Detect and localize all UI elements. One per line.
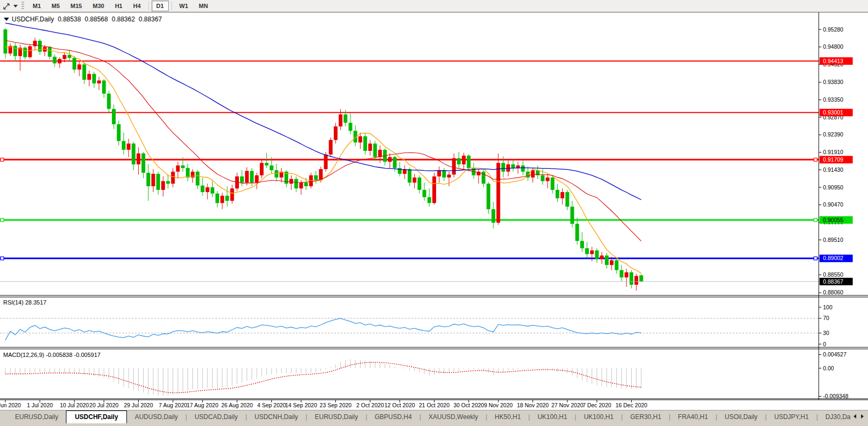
level-handle-left[interactable] [1,257,4,260]
chart-surface[interactable]: 0.952800.948000.943200.938300.933500.928… [0,0,868,426]
candle-body [462,156,466,164]
candle-body [556,190,559,199]
candle-body [4,29,8,54]
date-axis-label: 30 Oct 2020 [453,402,484,408]
date-axis-label: 17 Aug 2020 [187,402,219,408]
candle-body [132,143,136,164]
date-axis-label: 23 Sep 2020 [320,402,352,408]
candle-body [78,64,81,70]
price-axis-tick-label: 0.91910 [823,149,843,155]
candle-body [571,207,574,224]
tab-gbpusd-h4[interactable]: GBPUSD,H4 [367,411,419,423]
date-axis-label: 29 Jul 2020 [124,402,153,408]
tab-uk100-h1[interactable]: UK100,H1 [577,411,621,423]
tab-usdcad-daily[interactable]: USDCAD,Daily [187,411,245,423]
candle-body [226,196,229,201]
candle-body [329,140,333,154]
date-axis-label: 14 Sep 2020 [285,402,317,408]
candle-body [53,57,57,63]
application-window: M1M5M15M30H1H4D1W1MN 0.952800.948000.943… [0,0,868,426]
candle-body [610,260,613,265]
tab-hk50-h1[interactable]: HK50,H1 [487,411,528,423]
price-axis-tick-label: 0.91430 [823,166,843,173]
symbol-name: USDCHF,Daily [12,16,54,23]
candle-body [33,41,37,46]
candle-body [324,155,328,169]
candle-body [615,260,618,270]
price-level-chip: 0.91709 [823,156,843,163]
tab-xauusd-weekly[interactable]: XAUUSD,Weekly [421,411,485,423]
date-axis-label: 4 Sep 2020 [257,402,286,408]
symbol-tabs: EURUSD,DailyUSDCHF,DailyAUDUSD,Daily|USD… [8,410,851,423]
candle-body [141,154,145,173]
candle-body [551,178,555,190]
level-handle-right[interactable] [814,158,817,161]
tab-usdcnh-daily[interactable]: USDCNH,Daily [247,411,305,423]
candle-body [521,165,525,172]
ohlc-high: 0.88568 [85,16,108,23]
tab-scroll-controls [851,410,866,422]
candle-body [408,169,411,182]
candle-body [639,275,643,282]
rsi-axis-tick-label: 70 [823,315,829,321]
tab-dj30-daily[interactable]: DJ30,Daily [818,411,851,423]
candle-body [137,154,140,164]
candle-body [491,209,495,223]
rsi-line [5,318,641,340]
tab-usoil-daily[interactable]: USOil,Daily [717,411,765,423]
price-level-chip: 0.90055 [823,217,843,223]
candle-body [97,80,101,83]
candle-body [230,188,234,201]
level-handle-left[interactable] [1,158,4,161]
chart-canvas: 0.952800.948000.943200.938300.933500.928… [0,0,868,426]
symbol-dropdown-icon[interactable] [4,18,9,21]
date-axis-label: 16 Dec 2020 [616,402,648,408]
price-axis-tick-label: 0.88550 [823,271,843,278]
candle-body [176,165,180,172]
level-handle-right[interactable] [814,218,817,222]
candle-body [349,123,353,131]
tab-ger30-h1[interactable]: GER30,H1 [623,411,669,423]
date-axis-label: 20 Jul 2020 [89,402,118,408]
date-axis-label: 26 Aug 2020 [221,402,253,408]
tab-usdjpy-h1[interactable]: USDJPY,H1 [767,411,816,423]
candle-body [58,59,62,63]
candle-body [304,182,308,186]
candle-body [457,158,461,165]
candle-body [595,250,599,259]
tab-audusd-daily[interactable]: AUDUSD,Daily [127,411,185,423]
level-handle-right[interactable] [814,257,817,260]
tab-uk100-h1[interactable]: UK100,H1 [530,411,574,423]
candle-body [634,276,638,285]
tab-eurusd-daily[interactable]: EURUSD,Daily [307,411,365,423]
candle-body [300,182,303,188]
candle-body [220,196,224,203]
candle-body [156,174,160,190]
macd-signal-line [5,362,641,393]
candle-body [127,143,131,150]
ma-slow-line [5,23,641,200]
rsi-label: RSI(14) 28.3517 [3,299,47,306]
candle-body [423,190,426,197]
price-axis-tick-label: 0.89510 [823,237,843,243]
candle-body [191,172,194,178]
price-level-chip: 0.93001 [823,109,843,116]
candle-body [152,174,155,186]
date-axis-label: 22 Jun 2020 [0,402,21,408]
candle-body [560,192,564,199]
tab-scroll-left-icon[interactable] [851,412,858,421]
candle-body [87,74,91,80]
tab-fra40-h1[interactable]: FRA40,H1 [670,411,715,423]
tab-eurusd-daily[interactable]: EURUSD,Daily [8,411,66,423]
level-handle-left[interactable] [1,218,4,222]
candle-body [590,250,594,254]
tab-usdchf-daily[interactable]: USDCHF,Daily [66,410,128,423]
candle-body [245,171,249,182]
price-axis-tick-label: 0.95280 [823,26,843,33]
price-axis-tick-label: 0.90950 [823,184,843,191]
date-axis-label: 27 Nov 2020 [551,402,583,408]
tab-scroll-right-icon[interactable] [858,412,866,421]
candle-body [211,187,214,194]
candle-body [112,109,116,125]
candle-body [255,176,259,183]
